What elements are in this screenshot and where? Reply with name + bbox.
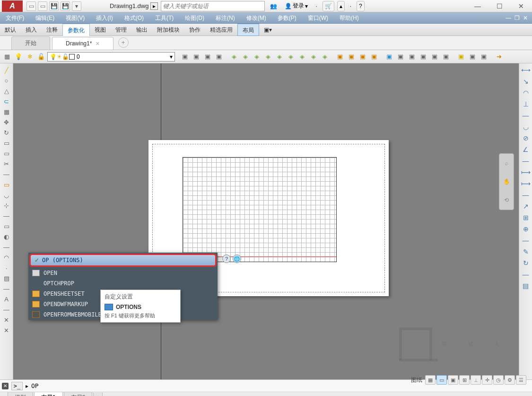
filetab-drawing1[interactable]: Drawing1* ×: [52, 37, 113, 50]
search-input[interactable]: [161, 1, 265, 11]
menu-draw[interactable]: 绘图(D): [179, 12, 210, 24]
rtool-center-icon[interactable]: ⊕: [521, 224, 531, 234]
autocomplete-item-optchprop[interactable]: OPTCHPROP: [28, 278, 218, 289]
rtool-arc-icon[interactable]: ◠: [521, 88, 531, 97]
ltool-point-icon[interactable]: ·: [1, 263, 12, 273]
rtool-diameter-icon[interactable]: ⊘: [521, 133, 531, 143]
ltool-offset-icon[interactable]: ⊂: [1, 97, 12, 106]
saveas-icon[interactable]: 💾: [61, 1, 70, 11]
filetab-close-icon[interactable]: ×: [96, 40, 99, 47]
ltool-circle-icon[interactable]: ○: [1, 76, 12, 85]
rtool-aligned-icon[interactable]: ↘: [521, 77, 531, 86]
tool-g1-3[interactable]: ▣: [202, 52, 213, 62]
tool-g3-4[interactable]: ▣: [369, 52, 379, 62]
close-button[interactable]: ✕: [510, 0, 532, 12]
menu-window[interactable]: 窗口(W): [302, 12, 334, 24]
cart-icon[interactable]: 🛒: [323, 1, 334, 11]
layer-dropdown-arrow-icon[interactable]: ▾: [170, 53, 173, 60]
rtool-linear-icon[interactable]: ⟷: [521, 65, 531, 75]
ribbon-expand-icon[interactable]: ▣▾: [259, 24, 277, 36]
tool-g4-3[interactable]: ▣: [407, 52, 417, 62]
signin-people-icon[interactable]: 👥: [268, 1, 279, 11]
tool-g2-3[interactable]: ◈: [252, 52, 262, 62]
menu-dimension[interactable]: 标注(N): [210, 12, 241, 24]
ltool-hatch-icon[interactable]: ▨: [1, 273, 12, 283]
tool-g5-1[interactable]: ▣: [456, 52, 466, 62]
rtool-continue-icon[interactable]: ⟼: [521, 179, 531, 188]
status-btn-1[interactable]: ▦: [425, 375, 436, 385]
inner-restore-icon[interactable]: ❐: [513, 15, 521, 21]
login-button[interactable]: 👤 登录 ▾: [282, 1, 310, 11]
open-icon[interactable]: ▭: [38, 1, 47, 11]
layer-props-icon[interactable]: ▦: [2, 52, 12, 62]
ltool-scissors-icon[interactable]: ✂: [1, 159, 12, 168]
tool-g3-1[interactable]: ▣: [335, 52, 345, 62]
rtool-edit-icon[interactable]: ✎: [521, 247, 531, 256]
autocomplete-help-icon[interactable]: ?: [222, 255, 231, 263]
ltool-copy-icon[interactable]: ▭: [1, 221, 12, 231]
rtool-radius-icon[interactable]: ◡: [521, 122, 531, 132]
layout-tab-model[interactable]: 模型: [8, 392, 33, 396]
tool-brush-icon[interactable]: ➔: [494, 52, 504, 62]
layout-tab-2[interactable]: 布局2: [64, 392, 93, 396]
title-arrow-icon[interactable]: ▸: [150, 2, 158, 10]
ribbon-addins[interactable]: 附加模块: [152, 24, 184, 36]
ltool-mirror-icon[interactable]: △: [1, 86, 12, 96]
cmdline-prompt-icon[interactable]: >_: [11, 382, 23, 390]
layer-bulb-icon[interactable]: 💡: [13, 52, 24, 62]
tool-g2-4[interactable]: ◈: [263, 52, 273, 62]
status-btn-2[interactable]: ▭: [436, 375, 447, 385]
tool-g2-7[interactable]: ◈: [297, 52, 307, 62]
ribbon-insert[interactable]: 插入: [21, 24, 42, 36]
ribbon-parametric[interactable]: 参数化: [62, 24, 90, 36]
tool-g4-2[interactable]: ▣: [395, 52, 406, 62]
menu-modify[interactable]: 修改(M): [241, 12, 272, 24]
nav-zoom-icon[interactable]: ⌕: [505, 160, 508, 167]
filetab-start[interactable]: 开始: [11, 36, 50, 50]
ltool-trim-icon[interactable]: ▭: [1, 138, 12, 148]
menu-insert[interactable]: 插入(I): [90, 12, 118, 24]
tool-g2-1[interactable]: ◈: [229, 52, 239, 62]
rtool-tolerance-icon[interactable]: ⊞: [521, 213, 531, 222]
nav-orbit-icon[interactable]: ⟲: [504, 197, 509, 203]
status-btn-8[interactable]: ⚙: [505, 375, 515, 385]
autocomplete-item-open[interactable]: OPEN: [28, 268, 218, 278]
tool-g1-1[interactable]: ▣: [180, 52, 190, 62]
rtool-update-icon[interactable]: ↻: [521, 258, 531, 268]
ltool-close1-icon[interactable]: ✕: [1, 315, 12, 325]
status-btn-4[interactable]: ⊞: [459, 375, 470, 385]
ribbon-featured[interactable]: 精选应用: [205, 24, 237, 36]
app-store-icon[interactable]: ▴: [337, 1, 345, 11]
tool-g3-2[interactable]: ▣: [346, 52, 357, 62]
status-btn-3[interactable]: ▣: [448, 375, 458, 385]
help-icon[interactable]: ?: [357, 1, 365, 11]
qat-dropdown-icon[interactable]: ▾: [72, 1, 81, 11]
menu-help[interactable]: 帮助(H): [334, 12, 365, 24]
ribbon-default[interactable]: 默认: [0, 24, 21, 36]
menu-view[interactable]: 视图(V): [60, 12, 90, 24]
layout-tab-add[interactable]: +: [93, 393, 103, 396]
viewport-frame[interactable]: [183, 157, 337, 262]
status-btn-7[interactable]: ◷: [493, 375, 504, 385]
menu-format[interactable]: 格式(O): [119, 12, 149, 24]
save-icon[interactable]: 💾: [49, 1, 59, 11]
tool-g5-3[interactable]: ▣: [479, 52, 489, 62]
ribbon-annotate[interactable]: 注释: [42, 24, 62, 36]
menu-file[interactable]: 文件(F): [0, 12, 30, 24]
menu-parameter[interactable]: 参数(P): [272, 12, 302, 24]
cmdline-close-icon[interactable]: ✕: [2, 383, 9, 389]
ribbon-view[interactable]: 视图: [90, 24, 111, 36]
layer-freeze-icon[interactable]: ❄: [25, 52, 35, 62]
ribbon-manage[interactable]: 管理: [111, 24, 131, 36]
nav-pan-icon[interactable]: ✋: [503, 178, 510, 185]
autocomplete-globe-icon[interactable]: 🌐: [233, 255, 241, 263]
ltool-fillet-icon[interactable]: ◡: [1, 190, 12, 200]
ltool-extend-icon[interactable]: ▭: [1, 149, 12, 158]
ribbon-output[interactable]: 输出: [131, 24, 152, 36]
filetab-add-button[interactable]: +: [118, 37, 129, 48]
layer-dropdown[interactable]: 💡 ☀ 🔓 0 ▾: [47, 52, 175, 62]
rtool-leader-icon[interactable]: ↗: [521, 202, 531, 211]
layer-lock-icon[interactable]: 🔓: [36, 52, 46, 62]
ribbon-layout[interactable]: 布局: [237, 24, 259, 36]
ltool-rotate-icon[interactable]: ↻: [1, 128, 12, 137]
